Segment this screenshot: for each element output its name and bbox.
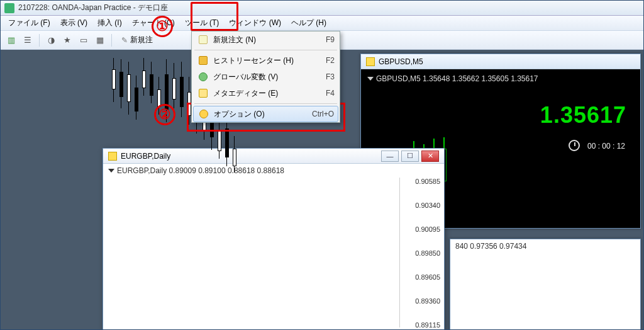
plus-icon: ▥ (8, 35, 15, 45)
tb-market-watch[interactable]: ◑ (44, 33, 58, 47)
clock-icon (569, 140, 580, 151)
doc-new-icon (197, 34, 209, 45)
tb-new-chart[interactable]: ▥ (4, 33, 18, 47)
window-controls: — ☐ ✕ (381, 151, 439, 162)
menu-item-options[interactable]: オプション (O) Ctrl+O (193, 106, 338, 122)
globe-small-icon (197, 71, 209, 82)
app-icon (4, 3, 14, 13)
menu-window[interactable]: ウィンドウ (W) (224, 16, 286, 30)
tb-new-order-label: 新規注 (130, 35, 153, 45)
window-title: 2107228: OANDA-Japan Practice - デモ口座 (18, 3, 168, 13)
chart-y-axis: 0.90585 0.90340 0.90095 0.89850 0.89605 … (402, 178, 440, 327)
annotation-marker-1: ① (152, 16, 173, 37)
tb-new-order[interactable]: ✎ 新規注 (116, 33, 158, 47)
tester-icon: ▦ (96, 35, 104, 45)
gear-icon (197, 108, 210, 120)
editor-icon (197, 88, 209, 99)
menu-view[interactable]: 表示 (V) (55, 16, 92, 30)
menu-item-label: グローバル変数 (V) (213, 72, 319, 82)
y-tick: 0.89360 (415, 297, 440, 305)
star-icon: ★ (64, 35, 71, 45)
chart-icon (366, 57, 375, 66)
tb-tester[interactable]: ▦ (93, 33, 107, 47)
chart-window-header[interactable]: GBPUSD,M5 (361, 54, 640, 69)
y-tick: 0.90585 (415, 178, 440, 185)
y-tick: 0.89605 (415, 273, 440, 281)
chart-ohlc-text: EURGBP,Daily 0.89009 0.89100 0.88618 0.8… (117, 166, 284, 175)
chart-ohlc-info: EURGBP,Daily 0.89009 0.89100 0.88618 0.8… (103, 164, 444, 178)
dropdown-triangle-icon[interactable] (108, 169, 114, 173)
tb-profiles[interactable]: ☰ (21, 33, 35, 47)
chart-icon (108, 152, 117, 161)
menu-item-history-center[interactable]: ヒストリーセンター (H) F2 (192, 52, 340, 69)
menu-item-shortcut: F9 (326, 35, 335, 44)
title-bar: 2107228: OANDA-Japan Practice - デモ口座 (1, 1, 643, 16)
countdown-text: 00 : 00 : 12 (587, 142, 625, 151)
chart-ohlc-text: 840 0.97356 0.97434 (455, 242, 526, 251)
menu-item-label: メタエディター (E) (213, 88, 319, 99)
chart-candles (108, 178, 400, 327)
price-display: 1.35617 (364, 86, 638, 131)
window-close-button[interactable]: ✕ (421, 151, 439, 162)
chart-window-title: EURGBP,Daily (121, 152, 170, 161)
folder-icon: ☰ (24, 35, 31, 45)
menu-help[interactable]: ヘルプ (H) (286, 16, 331, 30)
globe-icon: ◑ (48, 35, 55, 45)
chart-ohlc-info: 840 0.97356 0.97434 (450, 239, 640, 253)
menu-item-label: オプション (O) (214, 109, 306, 120)
annotation-marker-2: ② (154, 104, 175, 125)
menu-file[interactable]: ファイル (F) (3, 16, 55, 30)
dropdown-triangle-icon[interactable] (367, 77, 374, 81)
history-icon (197, 55, 209, 66)
tb-navigator[interactable]: ★ (60, 33, 74, 47)
window-maximize-button[interactable]: ☐ (401, 151, 419, 162)
menu-bar: ファイル (F) 表示 (V) 挿入 (I) チャート (C) ツール (T) … (1, 16, 643, 31)
menu-item-new-order[interactable]: 新規注文 (N) F9 (192, 31, 340, 48)
chart-ohlc-info: GBPUSD,M5 1.35648 1.35662 1.35605 1.3561… (364, 72, 638, 86)
menu-item-label: ヒストリーセンター (H) (213, 55, 319, 66)
menu-tool[interactable]: ツール (T) (180, 16, 225, 30)
menu-insert[interactable]: 挿入 (I) (92, 16, 127, 30)
tb-terminal[interactable]: ▭ (77, 33, 91, 47)
menu-item-shortcut: F2 (326, 56, 335, 65)
chart-window-eurgbp[interactable]: EURGBP,Daily — ☐ ✕ EURGBP,Daily 0.89009 … (103, 148, 445, 330)
toolbar-separator (111, 34, 112, 47)
y-tick: 0.90095 (415, 225, 440, 233)
menu-item-shortcut: Ctrl+O (312, 110, 334, 118)
y-tick: 0.90340 (415, 202, 440, 209)
window-minimize-button[interactable]: — (381, 151, 399, 162)
menu-divider (194, 50, 337, 50)
y-tick: 0.89850 (415, 249, 440, 257)
menu-item-label: 新規注文 (N) (213, 35, 319, 45)
y-tick: 0.89115 (415, 321, 440, 329)
menu-item-shortcut: F3 (326, 72, 335, 81)
toolbar-separator (39, 34, 40, 47)
terminal-icon: ▭ (80, 35, 87, 45)
order-icon: ✎ (121, 36, 128, 45)
menu-item-global-vars[interactable]: グローバル変数 (V) F3 (192, 69, 340, 85)
menu-item-meta-editor[interactable]: メタエディター (E) F4 (192, 85, 340, 101)
chart-window-partial[interactable]: 840 0.97356 0.97434 (450, 239, 641, 330)
menu-item-shortcut: F4 (326, 89, 335, 98)
chart-window-title: GBPUSD,M5 (379, 57, 423, 66)
tool-dropdown: 新規注文 (N) F9 ヒストリーセンター (H) F2 グローバル変数 (V)… (191, 31, 340, 123)
chart-window-header[interactable]: EURGBP,Daily — ☐ ✕ (103, 149, 444, 164)
chart-ohlc-text: GBPUSD,M5 1.35648 1.35662 1.35605 1.3561… (376, 74, 538, 83)
chart-body: EURGBP,Daily 0.89009 0.89100 0.88618 0.8… (103, 164, 444, 330)
menu-divider (194, 103, 337, 104)
